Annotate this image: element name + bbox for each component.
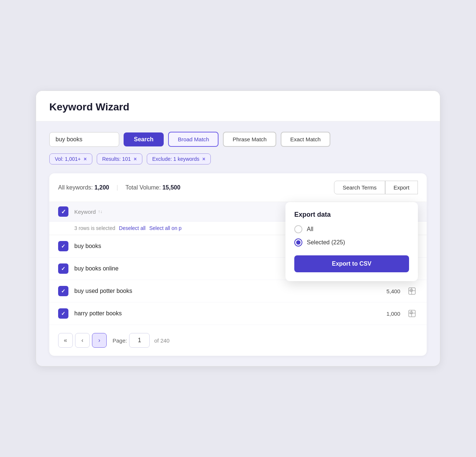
row-checkbox-2[interactable]: ✓ [58, 286, 68, 296]
search-input[interactable] [49, 132, 119, 147]
exact-match-button[interactable]: Exact Match [281, 132, 330, 147]
table-stats: All keywords: 1,200 | Total Volume: 15,5… [58, 184, 180, 191]
radio-inner-dot [296, 240, 301, 245]
row-checkbox-1[interactable]: ✓ [58, 263, 68, 274]
sort-icon[interactable]: ↑↓ [98, 209, 102, 214]
row-action-icon-3[interactable] [406, 308, 418, 319]
page-total: of 240 [154, 337, 170, 344]
export-all-label: All [307, 226, 313, 233]
search-row: Search Broad Match Phrase Match Exact Ma… [49, 132, 427, 147]
results-filter-close[interactable]: × [134, 156, 136, 162]
row-check-icon-3: ✓ [61, 311, 65, 316]
table-card: All keywords: 1,200 | Total Volume: 15,5… [49, 173, 427, 356]
table-row: ✓ harry potter books 1,000 [49, 302, 427, 325]
export-csv-button[interactable]: Export to CSV [294, 255, 409, 272]
row-keyword-3: harry potter books [74, 310, 367, 317]
export-selected-label: Selected (225) [307, 239, 345, 246]
table-row: ✓ buy used potter books 5,400 [49, 280, 427, 302]
row-volume-3: 1,000 [367, 311, 400, 317]
results-filter-chip: Results: 101 × [97, 153, 142, 164]
table-actions: Search Terms Export Export data All [334, 181, 418, 194]
svg-rect-13 [410, 312, 412, 314]
deselect-all-link[interactable]: Deselect all [119, 225, 145, 231]
results-filter-label: Results: 101 [102, 156, 131, 162]
pagination-row: « ‹ › Page: of 240 [49, 325, 427, 356]
export-selected-radio[interactable] [294, 238, 302, 247]
row-volume-2: 5,400 [367, 288, 400, 294]
vol-filter-chip: Vol: 1,001+ × [49, 153, 92, 164]
exclude-filter-label: Exclude: 1 keywords [152, 156, 199, 162]
separator: | [117, 184, 118, 191]
header: Keyword Wizard [36, 91, 440, 121]
page-title: Keyword Wizard [49, 101, 427, 113]
phrase-match-button[interactable]: Phrase Match [223, 132, 276, 147]
first-page-button[interactable]: « [58, 333, 73, 348]
page-label: Page: [113, 337, 127, 344]
export-all-option[interactable]: All [294, 225, 409, 233]
vol-filter-close[interactable]: × [84, 156, 86, 162]
keyword-column-label: Keyword ↑↓ [74, 209, 102, 215]
row-checkbox-0[interactable]: ✓ [58, 241, 68, 251]
svg-rect-8 [409, 288, 415, 294]
exclude-filter-chip: Exclude: 1 keywords × [147, 153, 211, 164]
filters-row: Vol: 1,001+ × Results: 101 × Exclude: 1 … [49, 153, 427, 164]
total-volume-stat: Total Volume: 15,500 [125, 184, 180, 191]
export-dropdown: Export data All Selected (225) Export to… [285, 202, 418, 281]
row-check-icon-0: ✓ [61, 243, 65, 249]
main-content: Search Broad Match Phrase Match Exact Ma… [36, 121, 440, 366]
export-selected-option[interactable]: Selected (225) [294, 238, 409, 247]
search-button[interactable]: Search [124, 132, 164, 146]
row-check-icon-1: ✓ [61, 266, 65, 272]
svg-rect-12 [409, 310, 415, 317]
row-keyword-2: buy used potter books [74, 288, 367, 294]
export-all-radio[interactable] [294, 225, 302, 233]
svg-rect-9 [410, 289, 412, 291]
broad-match-button[interactable]: Broad Match [168, 132, 219, 147]
export-title: Export data [294, 211, 409, 219]
table-header-row: All keywords: 1,200 | Total Volume: 15,5… [49, 173, 427, 202]
vol-filter-label: Vol: 1,001+ [55, 156, 81, 162]
row-checkbox-3[interactable]: ✓ [58, 308, 68, 319]
export-button[interactable]: Export [385, 181, 418, 194]
search-terms-button[interactable]: Search Terms [334, 181, 385, 194]
all-keywords-stat: All keywords: 1,200 [58, 184, 109, 191]
prev-page-button[interactable]: ‹ [75, 333, 90, 348]
page-input[interactable] [129, 333, 150, 348]
select-all-link[interactable]: Select all on p [149, 225, 182, 231]
selection-count: 3 rows is selected [74, 225, 115, 231]
header-check-icon: ✓ [61, 208, 66, 215]
next-page-button[interactable]: › [92, 333, 107, 348]
exclude-filter-close[interactable]: × [202, 156, 205, 162]
row-action-icon-2[interactable] [406, 285, 418, 297]
row-check-icon-2: ✓ [61, 288, 65, 294]
header-checkbox[interactable]: ✓ [58, 206, 68, 217]
app-container: Keyword Wizard Search Broad Match Phrase… [36, 91, 440, 366]
